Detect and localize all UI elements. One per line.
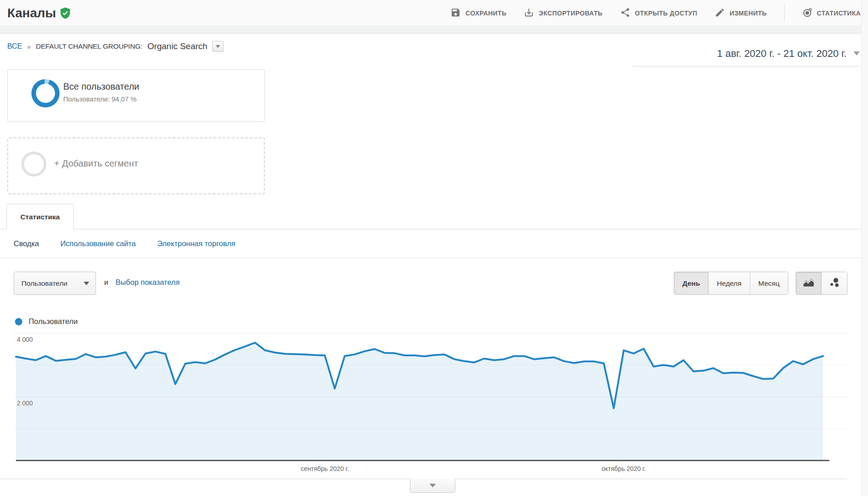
chart-type-toggle (796, 272, 848, 295)
save-button[interactable]: СОХРАНИТЬ (450, 7, 506, 19)
subnav-summary[interactable]: Сводка (14, 239, 39, 248)
granularity-month-label: Месяц (758, 279, 780, 288)
share-icon (620, 7, 631, 19)
metric-dropdown-label: Пользователи (21, 279, 67, 288)
x-axis-tick-october: октябрь 2020 г. (601, 465, 646, 472)
segment-card-all-users[interactable]: Все пользователи Пользователи: 94,07 % (7, 69, 265, 122)
users-area-chart[interactable]: 4 000 2 000 сентябрь 2020 г. октябрь 202… (0, 323, 868, 485)
breadcrumb-dropdown-button[interactable] (212, 41, 223, 52)
empty-segment-circle-icon (21, 152, 46, 177)
insights-icon (802, 7, 812, 19)
granularity-day-label: День (682, 279, 700, 288)
chevron-down-icon (216, 45, 220, 48)
scrollbar[interactable] (861, 0, 868, 496)
add-segment-button[interactable]: + Добавить сегмент (7, 137, 265, 194)
page-title: Каналы (7, 6, 56, 20)
metric-conjunction: и (104, 278, 108, 287)
metric-dropdown[interactable]: Пользователи (14, 272, 96, 295)
granularity-day-button[interactable]: День (674, 272, 709, 294)
y-axis-tick-2000: 2 000 (17, 400, 33, 407)
granularity-week-button[interactable]: Неделя (709, 272, 750, 294)
edit-button[interactable]: ИЗМЕНИТЬ (715, 7, 767, 19)
edit-label: ИЗМЕНИТЬ (730, 10, 767, 17)
chevron-down-icon (429, 484, 436, 487)
date-range-picker[interactable]: 1 авг. 2020 г. - 21 окт. 2020 г. (632, 45, 860, 66)
chart-area-fill (16, 343, 823, 461)
y-axis-tick-4000: 4 000 (17, 336, 33, 343)
breadcrumb-value: Organic Search (147, 41, 207, 51)
export-label: ЭКСПОРТИРОВАТЬ (539, 10, 602, 17)
expand-chart-button[interactable] (410, 479, 455, 493)
breadcrumb-separator: » (27, 43, 30, 51)
export-button[interactable]: ЭКСПОРТИРОВАТЬ (524, 7, 602, 19)
segment-title: Все пользователи (63, 81, 139, 92)
toolbar-divider (784, 5, 785, 21)
segment-subtitle: Пользователи: 94,07 % (63, 95, 136, 103)
save-icon (450, 7, 461, 19)
tab-statistics[interactable]: Статистика (6, 204, 74, 229)
verified-shield-icon (59, 7, 71, 20)
subnav-site-usage[interactable]: Использование сайта (61, 239, 136, 248)
breadcrumb-dimension: DEFAULT CHANNEL GROUPING: (36, 42, 142, 51)
line-chart-toggle-button[interactable] (796, 272, 822, 294)
tab-statistics-label: Статистика (20, 213, 60, 221)
export-icon (524, 7, 534, 19)
header-bar: Каналы СОХРАНИТЬ ЭКСПОРТИРОВАТЬ (0, 0, 868, 34)
select-metric-link[interactable]: Выбор показателя (116, 278, 180, 287)
segment-donut-icon (31, 79, 60, 107)
chart-svg (0, 323, 868, 485)
save-label: СОХРАНИТЬ (465, 10, 506, 17)
x-axis-tick-september: сентябрь 2020 г. (301, 465, 349, 472)
granularity-toggle: День Неделя Месяц (674, 272, 788, 295)
line-chart-icon (802, 276, 815, 290)
granularity-week-label: Неделя (717, 279, 742, 288)
add-segment-label: + Добавить сегмент (54, 158, 138, 169)
share-label: ОТКРЫТЬ ДОСТУП (635, 10, 697, 17)
motion-chart-toggle-button[interactable] (822, 272, 847, 294)
insights-button[interactable]: СТАТИСТИКА (802, 7, 861, 19)
toolbar: СОХРАНИТЬ ЭКСПОРТИРОВАТЬ ОТКРЫТЬ ДОСТУП … (450, 0, 861, 26)
date-range-label: 1 авг. 2020 г. - 21 окт. 2020 г. (717, 48, 847, 60)
analytics-page: Каналы СОХРАНИТЬ ЭКСПОРТИРОВАТЬ (0, 0, 868, 496)
share-button[interactable]: ОТКРЫТЬ ДОСТУП (620, 7, 697, 19)
breadcrumb-all-link[interactable]: ВСЕ (7, 42, 22, 51)
subnav: Сводка Использование сайта Электронная т… (0, 229, 868, 258)
bubble-chart-icon (828, 276, 841, 290)
edit-icon (715, 7, 725, 19)
subnav-ecommerce[interactable]: Электронная торговля (157, 239, 235, 248)
chevron-down-icon (84, 282, 89, 285)
granularity-month-button[interactable]: Месяц (750, 272, 788, 294)
breadcrumb: ВСЕ » DEFAULT CHANNEL GROUPING: Organic … (7, 41, 223, 52)
insights-label: СТАТИСТИКА (817, 10, 861, 17)
chevron-down-icon (853, 51, 860, 56)
